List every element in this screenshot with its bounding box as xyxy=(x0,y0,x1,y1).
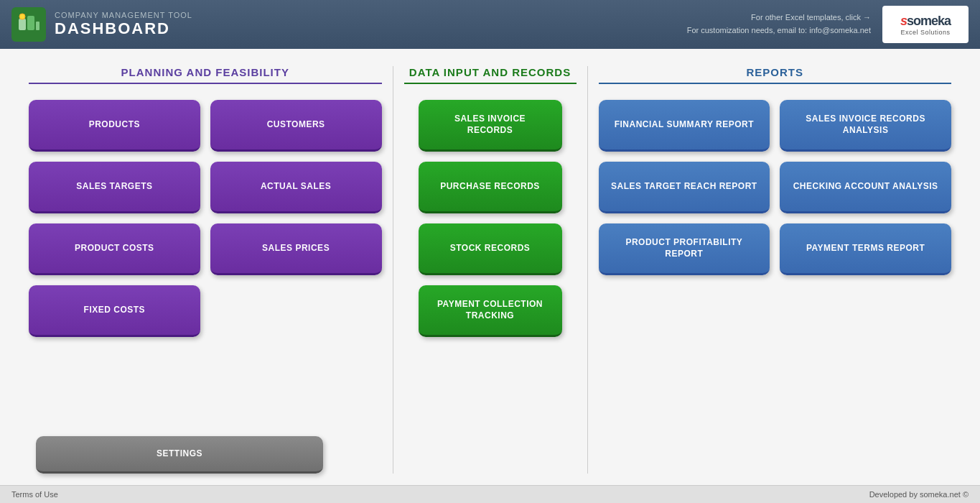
checking-account-analysis-button[interactable]: CHECKING ACCOUNT ANALYSIS xyxy=(780,162,951,213)
product-profitability-report-button[interactable]: PRODUCT PROFITABILITY REPORT xyxy=(599,223,770,275)
someka-logo-text: ssomeka xyxy=(900,14,951,29)
planning-header: PLANNING AND FEASIBILITY xyxy=(29,66,382,84)
divider-2 xyxy=(587,66,588,474)
footer-terms[interactable]: Terms of Use xyxy=(11,490,58,499)
sales-invoice-records-button[interactable]: SALES INVOICE RECORDS xyxy=(419,100,562,152)
header-title-block: COMPANY MANAGEMENT TOOL DASHBOARD xyxy=(55,11,192,38)
footer-credit: Developed by someka.net © xyxy=(869,490,969,499)
payment-collection-tracking-button[interactable]: PAYMENT COLLECTION TRACKING xyxy=(419,285,562,337)
svg-point-3 xyxy=(19,14,25,19)
header-links: For other Excel templates, click → For c… xyxy=(687,11,871,37)
purchase-records-button[interactable]: PURCHASE RECORDS xyxy=(419,162,562,213)
sales-invoice-records-analysis-button[interactable]: SALES INVOICE RECORDS ANALYSIS xyxy=(780,100,951,152)
data-column: DATA INPUT AND RECORDS SALES INVOICE REC… xyxy=(397,66,584,474)
columns: PLANNING AND FEASIBILITY PRODUCTS CUSTOM… xyxy=(22,66,958,474)
planning-inner: PLANNING AND FEASIBILITY PRODUCTS CUSTOM… xyxy=(29,66,382,474)
stock-records-button[interactable]: STOCK RECORDS xyxy=(419,223,562,275)
reports-column: REPORTS FINANCIAL SUMMARY REPORT SALES I… xyxy=(592,66,959,474)
main-content: PLANNING AND FEASIBILITY PRODUCTS CUSTOM… xyxy=(0,49,980,485)
settings-button[interactable]: SETTINGS xyxy=(36,436,323,474)
product-costs-button[interactable]: PRODUCT COSTS xyxy=(29,223,200,275)
data-header: DATA INPUT AND RECORDS xyxy=(404,66,577,84)
logo-icon xyxy=(11,7,46,42)
svg-rect-1 xyxy=(27,16,34,30)
sales-targets-button[interactable]: SALES TARGETS xyxy=(29,162,200,213)
someka-logo-sub: Excel Solutions xyxy=(900,29,950,36)
header-left: COMPANY MANAGEMENT TOOL DASHBOARD xyxy=(11,7,192,42)
header-right: For other Excel templates, click → For c… xyxy=(687,6,969,43)
footer: Terms of Use Developed by someka.net © xyxy=(0,485,980,503)
planning-buttons-grid: PRODUCTS CUSTOMERS SALES TARGETS ACTUAL … xyxy=(29,90,382,423)
customers-button[interactable]: CUSTOMERS xyxy=(210,100,382,152)
divider-1 xyxy=(393,66,393,474)
header: COMPANY MANAGEMENT TOOL DASHBOARD For ot… xyxy=(0,0,980,49)
someka-logo: ssomeka Excel Solutions xyxy=(882,6,969,43)
settings-area: SETTINGS xyxy=(29,436,382,474)
financial-summary-report-button[interactable]: FINANCIAL SUMMARY REPORT xyxy=(599,100,770,152)
fixed-costs-button[interactable]: FIXED COSTS xyxy=(29,285,200,337)
sales-prices-button[interactable]: SALES PRICES xyxy=(210,223,382,275)
sales-target-reach-report-button[interactable]: SALES TARGET REACH REPORT xyxy=(599,162,770,213)
reports-header: REPORTS xyxy=(599,66,952,84)
svg-rect-2 xyxy=(36,22,39,30)
planning-column: PLANNING AND FEASIBILITY PRODUCTS CUSTOM… xyxy=(22,66,389,474)
svg-rect-0 xyxy=(19,19,26,30)
payment-terms-report-button[interactable]: PAYMENT TERMS REPORT xyxy=(780,223,951,275)
data-buttons-grid: SALES INVOICE RECORDS PURCHASE RECORDS S… xyxy=(419,90,562,474)
header-title: DASHBOARD xyxy=(55,19,192,38)
actual-sales-button[interactable]: ACTUAL SALES xyxy=(210,162,382,213)
reports-buttons-grid: FINANCIAL SUMMARY REPORT SALES INVOICE R… xyxy=(599,90,952,474)
header-subtitle: COMPANY MANAGEMENT TOOL xyxy=(55,11,192,19)
products-button[interactable]: PRODUCTS xyxy=(29,100,200,152)
